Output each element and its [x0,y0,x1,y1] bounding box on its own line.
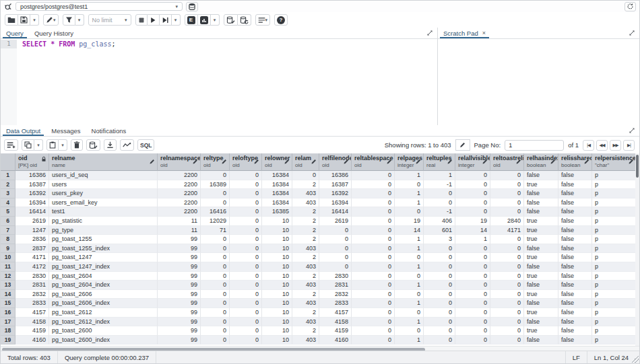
cell-reltuples[interactable]: 0 [424,336,455,345]
cell-relname[interactable]: pg_toast_1255_index [49,244,158,254]
cell-reltablespace[interactable]: 0 [352,235,395,244]
cell-reltype[interactable]: 0 [201,171,230,180]
cell-relallvisible[interactable]: 0 [455,318,490,327]
paste-menu-button[interactable]: ▾ [59,139,67,151]
cell-relallvisible[interactable]: 0 [455,198,490,208]
cell-reltoastrelid[interactable]: 2840 [490,217,524,226]
cell-relam[interactable]: 403 [292,198,319,208]
cell-relam[interactable]: 2 [292,235,319,244]
cell-relhasindex[interactable]: true [524,180,558,190]
explain-menu-button[interactable]: ▾ [211,14,220,26]
graph-visualiser-button[interactable] [120,139,134,151]
cell-reltuples[interactable]: 0 [424,262,455,272]
cell-relnamespace[interactable]: 99 [158,299,201,308]
cell-relam[interactable]: 403 [292,281,319,290]
cell-relpersistence[interactable]: p [592,290,637,299]
new-connection-button[interactable] [186,2,198,11]
cell-reltuples[interactable]: 0 [424,326,455,336]
cell-relpersistence[interactable]: p [592,171,637,180]
cell-relowner[interactable]: 10 [262,262,292,272]
tab-scratch-pad[interactable]: Scratch Pad × [438,28,491,38]
cell-oid[interactable]: 16414 [15,207,49,217]
column-header-reltoastrelid[interactable]: reltoastrelidoid [490,153,524,171]
cell-relname[interactable]: pg_statistic [49,217,158,226]
cell-reloftype[interactable]: 0 [230,253,262,262]
copy-menu-button[interactable]: ▾ [34,139,43,151]
cell-oid[interactable]: 4172 [15,262,49,272]
delete-row-button[interactable] [71,139,83,151]
cell-relisshared[interactable]: false [558,235,592,244]
cell-reltablespace[interactable]: 0 [352,336,395,345]
cell-reltuples[interactable]: 0 [424,318,455,327]
cell-oid[interactable]: 2832 [15,290,49,299]
cell-oid[interactable]: 4160 [15,336,49,345]
cell-relname[interactable]: pg_toast_2600 [49,326,158,336]
cell-relfilenode[interactable]: 0 [319,253,352,262]
cell-reltype[interactable]: 0 [201,253,230,262]
cell-relname[interactable]: users_pkey [49,189,158,198]
cell-reloftype[interactable]: 0 [230,272,262,281]
cell-reltoastrelid[interactable]: 0 [490,308,524,318]
row-number-cell[interactable]: 15 [1,299,15,308]
cell-relpersistence[interactable]: p [592,336,637,345]
cell-relisshared[interactable]: false [558,180,592,190]
cell-relisshared[interactable]: false [558,198,592,208]
cell-relam[interactable]: 403 [292,262,319,272]
cell-relname[interactable]: pg_toast_1247_index [49,262,158,272]
cell-relnamespace[interactable]: 99 [158,326,201,336]
cell-reltablespace[interactable]: 0 [352,281,395,290]
cell-relpersistence[interactable]: p [592,326,637,336]
cell-relpersistence[interactable]: p [592,272,637,281]
cell-reloftype[interactable]: 0 [230,281,262,290]
cell-reltuples[interactable]: 406 [424,217,455,226]
cell-reltablespace[interactable]: 0 [352,180,395,190]
cell-reloftype[interactable]: 0 [230,336,262,345]
cell-relnamespace[interactable]: 99 [158,244,201,254]
connection-select[interactable]: postgres/postgres@test1 ▾ [15,2,183,11]
cell-relpersistence[interactable]: p [592,180,637,190]
column-header-relname[interactable]: relnamename [49,153,158,171]
column-header-relfilenode[interactable]: relfilenodeoid [319,153,352,171]
cell-reloftype[interactable]: 0 [230,180,262,190]
cell-relallvisible[interactable]: 0 [455,262,490,272]
cell-reltuples[interactable]: 3 [424,235,455,244]
cell-reltablespace[interactable]: 0 [352,318,395,327]
cell-relisshared[interactable]: false [558,171,592,180]
cell-relhasindex[interactable]: true [524,235,558,244]
cell-relisshared[interactable]: false [558,244,592,254]
cell-reltoastrelid[interactable]: 0 [490,299,524,308]
column-header-oid[interactable]: oid[PK] oid [15,153,49,171]
cell-reloftype[interactable]: 0 [230,217,262,226]
cell-relfilenode[interactable]: 4159 [319,326,352,336]
sql-button[interactable]: SQL [137,139,154,151]
cell-relpersistence[interactable]: p [592,217,637,226]
save-data-changes-button[interactable] [86,139,100,151]
cell-relfilenode[interactable]: 2619 [319,217,352,226]
filter-menu-button[interactable]: ▾ [75,14,84,26]
prev-page-button[interactable]: ◀◀ [596,140,608,151]
cell-relam[interactable]: 2 [292,180,319,190]
cell-relname[interactable]: pg_toast_2606 [49,290,158,299]
cell-reloftype[interactable]: 0 [230,290,262,299]
cell-reltuples[interactable]: 0 [424,198,455,208]
row-number-cell[interactable]: 12 [1,272,15,281]
cell-relname[interactable]: users_email_key [49,198,158,208]
cell-relallvisible[interactable]: 1 [455,235,490,244]
cell-reltuples[interactable]: -1 [424,180,455,190]
cell-relhasindex[interactable]: true [524,253,558,262]
cell-relnamespace[interactable]: 2200 [158,207,201,217]
cell-relallvisible[interactable]: 19 [455,217,490,226]
cell-relhasindex[interactable]: true [524,290,558,299]
cell-relowner[interactable]: 10 [262,226,292,235]
cell-relpersistence[interactable]: p [592,207,637,217]
cell-relisshared[interactable]: false [558,207,592,217]
cell-reloftype[interactable]: 0 [230,262,262,272]
cell-reltoastrelid[interactable]: 0 [490,272,524,281]
column-header-reltuples[interactable]: reltuplesreal [424,153,455,171]
cell-relnamespace[interactable]: 2200 [158,171,201,180]
cell-relname[interactable]: users_id_seq [49,171,158,180]
cell-reltuples[interactable]: 0 [424,244,455,254]
cell-relnamespace[interactable]: 99 [158,336,201,345]
cell-reltype[interactable]: 0 [201,308,230,318]
cell-relnamespace[interactable]: 99 [158,318,201,327]
